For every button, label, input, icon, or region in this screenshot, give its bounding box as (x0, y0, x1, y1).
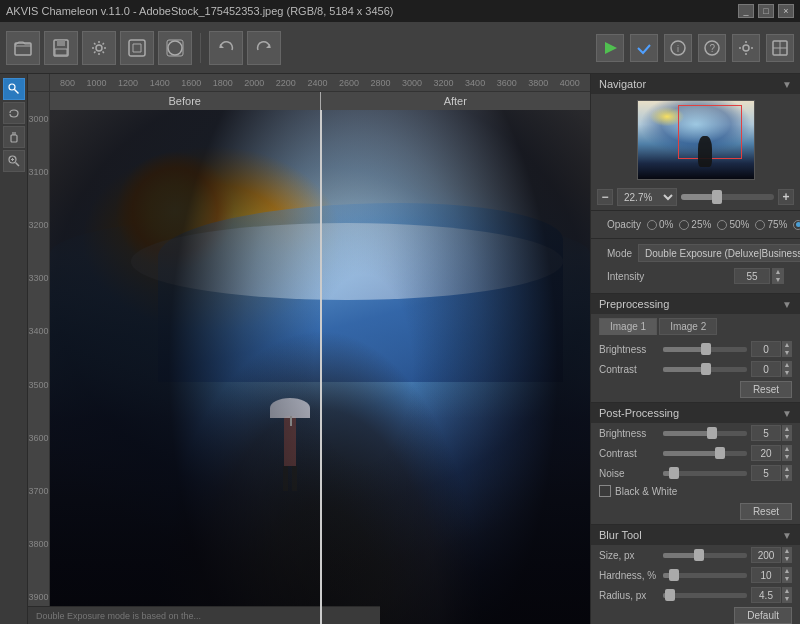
zoom-slider-handle[interactable] (712, 190, 722, 204)
image2-tab[interactable]: Image 2 (659, 318, 717, 335)
zoom-out-button[interactable]: − (597, 189, 613, 205)
size-up[interactable]: ▲ (782, 547, 792, 555)
zoom-tool[interactable] (3, 150, 25, 172)
contrast-thumb[interactable] (701, 363, 711, 375)
brightness-track[interactable] (663, 347, 747, 352)
canvas-viewport[interactable]: Before After (50, 92, 590, 624)
run-action-button[interactable] (596, 34, 624, 62)
post-brightness-thumb[interactable] (707, 427, 717, 439)
post-contrast-value[interactable]: 20 (751, 445, 781, 461)
opacity-0-radio[interactable] (647, 220, 657, 230)
noise-up[interactable]: ▲ (782, 465, 792, 473)
tool1-button[interactable] (120, 31, 154, 65)
redo-button[interactable] (247, 31, 281, 65)
contrast-value[interactable]: 0 (751, 361, 781, 377)
hardness-track[interactable] (663, 573, 747, 578)
intensity-up[interactable]: ▲ (772, 268, 784, 276)
noise-track[interactable] (663, 471, 747, 476)
radius-up[interactable]: ▲ (782, 587, 792, 595)
close-button[interactable]: × (778, 4, 794, 18)
noise-value[interactable]: 5 (751, 465, 781, 481)
post-contrast-down[interactable]: ▼ (782, 453, 792, 461)
ruler-h-labels: 800 1000 1200 1400 1600 1800 2000 2200 2… (50, 78, 590, 88)
size-track[interactable] (663, 553, 747, 558)
contrast-track[interactable] (663, 367, 747, 372)
noise-thumb[interactable] (669, 467, 679, 479)
brightness-thumb[interactable] (701, 343, 711, 355)
intensity-down[interactable]: ▼ (772, 276, 784, 284)
blur-tool-header[interactable]: Blur Tool ▼ (591, 525, 800, 545)
post-contrast-thumb[interactable] (715, 447, 725, 459)
post-brightness-up[interactable]: ▲ (782, 425, 792, 433)
settings-button[interactable] (82, 31, 116, 65)
radius-down[interactable]: ▼ (782, 595, 792, 603)
preprocessing-header[interactable]: Preprocessing ▼ (591, 294, 800, 314)
help-action-button[interactable]: ? (698, 34, 726, 62)
info-action-button[interactable]: i (664, 34, 692, 62)
preproc-reset-button[interactable]: Reset (740, 381, 792, 398)
opacity-50-option[interactable]: 50% (717, 219, 749, 230)
opacity-25-radio[interactable] (679, 220, 689, 230)
navigator-header[interactable]: Navigator ▼ (591, 74, 800, 94)
post-brightness-down[interactable]: ▼ (782, 433, 792, 441)
hand-tool[interactable] (3, 126, 25, 148)
brightness-down[interactable]: ▼ (782, 349, 792, 357)
hardness-value[interactable]: 10 (751, 567, 781, 583)
canvas-divider[interactable] (320, 110, 322, 624)
intensity-value[interactable]: 55 (734, 268, 770, 284)
radius-value[interactable]: 4.5 (751, 587, 781, 603)
post-brightness-spinners: ▲ ▼ (782, 425, 792, 441)
post-contrast-up[interactable]: ▲ (782, 445, 792, 453)
save-button[interactable] (44, 31, 78, 65)
navigator-thumbnail[interactable] (637, 100, 755, 180)
contrast-down[interactable]: ▼ (782, 369, 792, 377)
check-action-button[interactable] (630, 34, 658, 62)
opacity-0-option[interactable]: 0% (647, 219, 673, 230)
post-brightness-value[interactable]: 5 (751, 425, 781, 441)
dropper-tool[interactable] (3, 78, 25, 100)
opacity-75-radio[interactable] (755, 220, 765, 230)
svg-point-4 (96, 45, 102, 51)
size-value[interactable]: 200 (751, 547, 781, 563)
radius-thumb[interactable] (665, 589, 675, 601)
opacity-50-radio[interactable] (717, 220, 727, 230)
zoom-slider[interactable] (681, 194, 774, 200)
window-layout-button[interactable] (766, 34, 794, 62)
brightness-label: Brightness (599, 344, 659, 355)
black-white-checkbox[interactable] (599, 485, 611, 497)
size-thumb[interactable] (694, 549, 704, 561)
image1-tab[interactable]: Image 1 (599, 318, 657, 335)
opacity-100-radio[interactable] (793, 220, 800, 230)
lasso-tool[interactable] (3, 102, 25, 124)
svg-line-22 (15, 163, 19, 167)
brightness-value[interactable]: 0 (751, 341, 781, 357)
radius-track[interactable] (663, 593, 747, 598)
undo-button[interactable] (209, 31, 243, 65)
maximize-button[interactable]: □ (758, 4, 774, 18)
tool2-button[interactable] (158, 31, 192, 65)
radius-label: Radius, px (599, 590, 659, 601)
blur-default-button[interactable]: Default (734, 607, 792, 624)
contrast-up[interactable]: ▲ (782, 361, 792, 369)
opacity-25-option[interactable]: 25% (679, 219, 711, 230)
hardness-thumb[interactable] (669, 569, 679, 581)
zoom-in-button[interactable]: + (778, 189, 794, 205)
minimize-button[interactable]: _ (738, 4, 754, 18)
size-down[interactable]: ▼ (782, 555, 792, 563)
postprocessing-header[interactable]: Post-Processing ▼ (591, 403, 800, 423)
open-button[interactable] (6, 31, 40, 65)
post-reset-button[interactable]: Reset (740, 503, 792, 520)
noise-down[interactable]: ▼ (782, 473, 792, 481)
zoom-select[interactable]: 22.7% 25% 50% 100% (617, 188, 677, 206)
main-toolbar: i ? (0, 22, 800, 74)
prefs-action-button[interactable] (732, 34, 760, 62)
brightness-up[interactable]: ▲ (782, 341, 792, 349)
hardness-down[interactable]: ▼ (782, 575, 792, 583)
post-contrast-track[interactable] (663, 451, 747, 456)
window-controls[interactable]: _ □ × (738, 4, 794, 18)
opacity-100-option[interactable]: 100% (793, 219, 800, 230)
mode-select[interactable]: Double Exposure (Deluxe|Business) (638, 244, 800, 262)
hardness-up[interactable]: ▲ (782, 567, 792, 575)
opacity-75-option[interactable]: 75% (755, 219, 787, 230)
post-brightness-track[interactable] (663, 431, 747, 436)
